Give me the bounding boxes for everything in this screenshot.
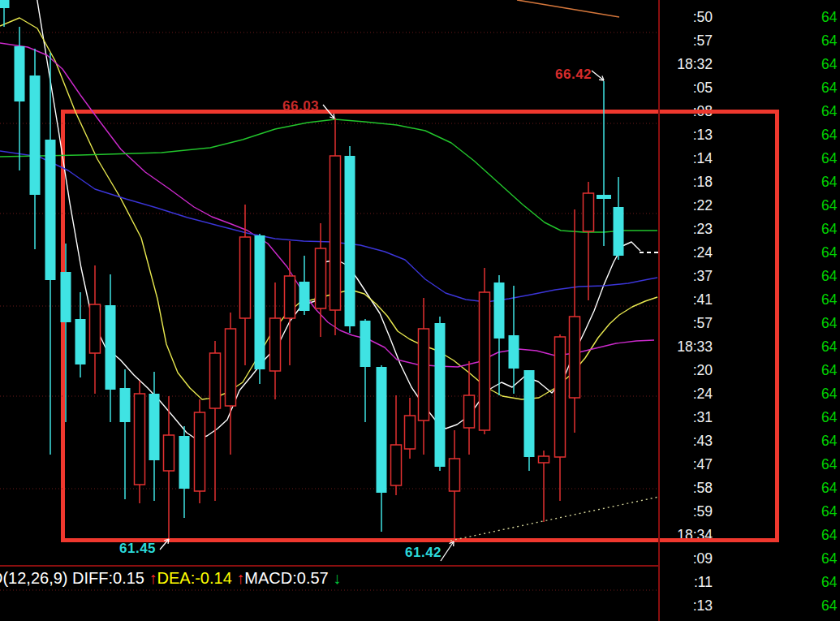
callout-arrow xyxy=(592,71,604,80)
candle-body-up xyxy=(391,445,402,485)
candle-body-down xyxy=(0,0,10,8)
candle-body-down xyxy=(360,321,371,367)
candle-open-tick xyxy=(597,195,611,199)
candle-body-down xyxy=(377,367,387,493)
candle-body-up xyxy=(195,412,205,491)
price-callout-high-6642: 66.42 xyxy=(555,67,592,83)
indicator-part: ↑ xyxy=(236,569,244,587)
ma-green xyxy=(0,119,657,232)
candle-body-down xyxy=(524,370,535,457)
candle-body-down xyxy=(45,140,56,280)
candle-body-up xyxy=(226,329,236,406)
candle-body-up xyxy=(464,395,475,428)
candle-body-up xyxy=(90,304,101,353)
orange-trendline xyxy=(517,0,619,17)
callout-arrow xyxy=(441,541,454,561)
candle-body-up xyxy=(285,276,295,318)
indicator-part: ↑ xyxy=(149,569,157,587)
candlestick-chart[interactable] xyxy=(0,0,840,621)
dotted-trendline xyxy=(450,497,659,541)
candle-body-down xyxy=(299,282,310,311)
candle-body-up xyxy=(555,337,566,457)
candle-body-up xyxy=(330,156,341,310)
candle-body-down xyxy=(75,319,86,364)
candle-body-up xyxy=(450,459,460,491)
candle-body-up xyxy=(570,317,580,398)
candle-body-up xyxy=(480,292,490,430)
candle-body-down xyxy=(509,335,519,369)
ma-blue xyxy=(0,151,657,302)
candle-body-down xyxy=(30,75,41,195)
candle-body-up xyxy=(270,318,281,371)
candle-body-up xyxy=(584,193,594,231)
candle-body-up xyxy=(316,248,326,308)
price-callout-high-6603: 66.03 xyxy=(282,98,319,114)
indicator-part: ↓ xyxy=(333,569,341,587)
candle-body-down xyxy=(345,156,355,326)
callout-arrow xyxy=(323,105,334,119)
candle-body-up xyxy=(210,353,221,408)
price-callout-low-6142: 61.42 xyxy=(405,545,442,561)
candle-body-up xyxy=(539,456,549,463)
candle-body-up xyxy=(419,329,429,420)
candle-body-down xyxy=(61,272,71,322)
macd-indicator-readout: D(12,26,9) DIFF:0.15 ↑DEA:-0.14 ↑MACD:0.… xyxy=(0,569,341,588)
candle-body-up xyxy=(164,435,174,471)
price-callout-low-6145: 61.45 xyxy=(119,541,156,557)
candle-body-down xyxy=(435,323,446,467)
candle-body-up xyxy=(405,416,416,449)
candle-body-down xyxy=(15,46,25,101)
indicator-part: DEA:-0.14 xyxy=(157,569,237,587)
candle-body-up xyxy=(135,394,145,485)
indicator-part: MACD:0.57 xyxy=(244,569,333,587)
callout-arrowhead xyxy=(334,114,334,119)
indicator-part: D(12,26,9) DIFF:0.15 xyxy=(0,569,149,587)
candle-body-down xyxy=(106,305,116,390)
candle-body-down xyxy=(255,235,265,369)
candle-body-up xyxy=(240,237,251,318)
candle-body-down xyxy=(179,436,190,489)
trading-terminal-screen: :5064:576418:3264:0564:0864:1364:1464:18… xyxy=(0,0,840,621)
candle-body-down xyxy=(120,388,131,422)
candle-body-down xyxy=(614,207,624,256)
candle-body-down xyxy=(494,282,505,339)
candle-body-down xyxy=(149,394,160,460)
